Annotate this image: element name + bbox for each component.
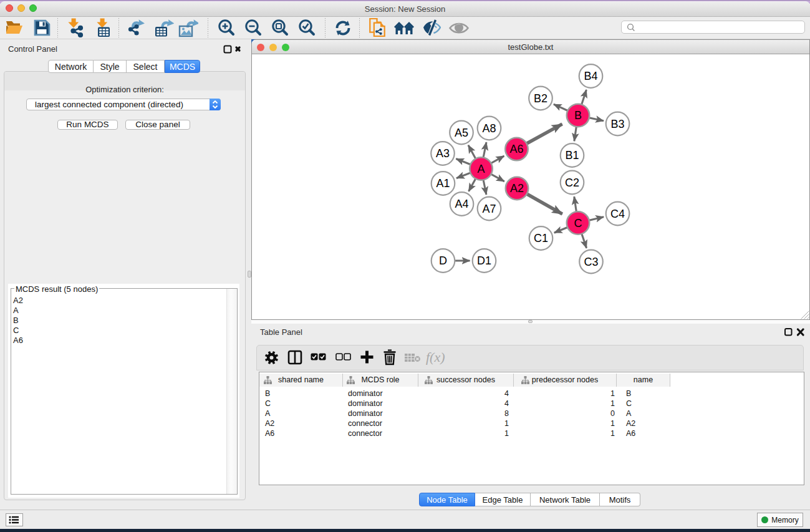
svg-text:A3: A3 [436,147,450,160]
svg-text:D: D [439,254,447,267]
svg-text:A6: A6 [509,143,523,155]
svg-text:B1: B1 [565,149,579,162]
svg-text:A4: A4 [455,198,468,210]
svg-text:D1: D1 [477,254,491,267]
svg-text:A8: A8 [482,122,496,135]
svg-text:B2: B2 [534,92,547,105]
svg-text:B: B [574,109,582,122]
svg-text:A5: A5 [455,127,468,139]
svg-text:C: C [574,217,582,230]
svg-text:A: A [477,163,485,175]
svg-text:B3: B3 [610,118,624,130]
svg-text:C1: C1 [534,232,548,244]
svg-text:B4: B4 [584,70,597,82]
svg-text:A2: A2 [510,182,524,195]
svg-text:A1: A1 [436,177,450,190]
svg-text:A7: A7 [482,203,496,215]
svg-text:C2: C2 [565,177,579,189]
svg-text:C3: C3 [584,256,598,268]
svg-text:C4: C4 [610,208,625,220]
